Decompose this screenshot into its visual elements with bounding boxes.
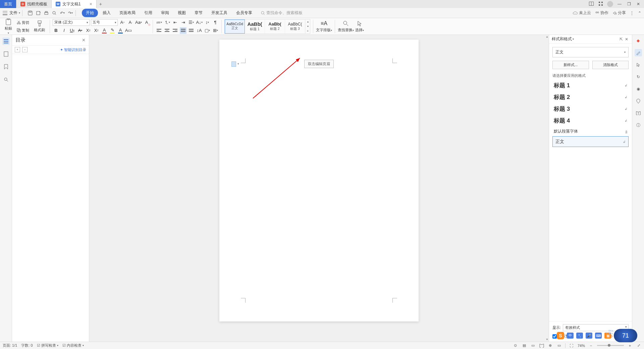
file-menu[interactable]: 文件▾ — [9, 10, 20, 16]
preview-icon[interactable] — [51, 10, 57, 16]
shrink-font-button[interactable]: A- — [127, 19, 134, 26]
current-style-display[interactable]: 正文▾ — [552, 47, 629, 57]
pin-icon[interactable]: ⇱ — [619, 37, 624, 42]
vertical-scrollbar[interactable]: ▲ ▼ — [545, 35, 549, 342]
command-search[interactable]: 查找命令、搜索模板 — [261, 10, 303, 16]
decrease-indent-button[interactable]: ⇤ — [172, 19, 178, 26]
zoom-in-button[interactable]: + — [627, 343, 633, 348]
zoom-slider[interactable] — [597, 345, 624, 346]
align-left-button[interactable] — [156, 27, 162, 34]
zoom-out-button[interactable]: − — [588, 343, 594, 348]
collab-button[interactable]: 协作 — [595, 10, 608, 16]
font-color-button[interactable]: A▾ — [101, 27, 108, 34]
rr-book-icon[interactable] — [635, 109, 642, 117]
spell-check-toggle[interactable]: ☑拼写检查▾ — [37, 343, 58, 348]
subscript-button[interactable]: X2 — [93, 27, 100, 34]
rr-help-icon[interactable]: ⓘ — [635, 121, 642, 129]
strike-button[interactable]: A▾ — [77, 27, 84, 34]
style-row-h2[interactable]: 标题 2↲ — [552, 91, 629, 103]
ime-keyboard-icon[interactable]: ⌨ — [595, 333, 602, 339]
panel-close-button[interactable]: ✕ — [624, 37, 629, 42]
performance-widget[interactable]: 0K/s0.4K/s 71 — [614, 329, 637, 342]
apps-icon[interactable] — [598, 2, 604, 7]
save-icon[interactable] — [27, 10, 33, 16]
page-status[interactable]: 页面: 1/1 — [3, 343, 17, 348]
undo-icon[interactable]: ↶▾ — [59, 10, 65, 16]
rail-search-icon[interactable] — [2, 76, 10, 83]
align-right-button[interactable] — [172, 27, 178, 34]
rr-location-icon[interactable] — [635, 97, 642, 105]
fit-icon[interactable]: ⛶ — [569, 343, 574, 348]
style-item-body[interactable]: AaBbCcDd正文 — [225, 19, 245, 34]
minimize-button[interactable]: — — [616, 2, 623, 6]
text-layout-button[interactable]: ≡A文字排版▾ — [316, 20, 332, 33]
nav-close-button[interactable]: ✕ — [82, 38, 86, 43]
align-justify-button[interactable] — [180, 27, 186, 34]
border-button[interactable]: ⊞▾ — [212, 27, 219, 34]
ribbon-tab-review[interactable]: 审阅 — [157, 9, 173, 17]
tab-document[interactable]: W文字文稿1× — [52, 0, 97, 8]
word-count[interactable]: 字数: 0 — [21, 343, 33, 348]
shading-button[interactable]: ▢▾ — [204, 27, 211, 34]
ribbon-tab-start[interactable]: 开始 — [82, 9, 98, 17]
new-style-button[interactable]: 新样式... — [552, 61, 589, 69]
rail-pages-icon[interactable] — [2, 50, 10, 58]
align-center-button[interactable] — [164, 27, 170, 34]
ime-cn-icon[interactable]: 中 — [567, 333, 574, 339]
rail-bookmark-icon[interactable] — [2, 63, 10, 70]
page[interactable]: ▾ 双击编辑页眉 — [219, 40, 419, 321]
nav-smart-button[interactable]: ✦智能识别目录 — [60, 47, 86, 52]
content-check-toggle[interactable]: ☑内容检查▾ — [62, 343, 84, 348]
rr-cursor-icon[interactable] — [635, 61, 642, 68]
collapse-ribbon-icon[interactable]: ⌃ — [638, 11, 641, 15]
tab-template[interactable]: D找稻壳模板 — [16, 0, 52, 8]
style-row-h3[interactable]: 标题 3↲ — [552, 103, 629, 115]
cut-button[interactable]: 剪切 — [15, 19, 31, 26]
style-item-h2[interactable]: AaBb(标题 2 — [265, 19, 285, 34]
underline-button[interactable]: U▾ — [69, 27, 75, 34]
style-row-h4[interactable]: 标题 4↲ — [552, 115, 629, 127]
style-row-h1[interactable]: 标题 1↲ — [552, 80, 629, 91]
rr-refresh-icon[interactable]: ↻ — [635, 73, 642, 81]
redo-icon[interactable]: ↷▾ — [67, 10, 73, 16]
style-item-h1[interactable]: AaBb(标题 1 — [245, 19, 265, 34]
view-book-icon[interactable] — [539, 343, 544, 348]
paste-button[interactable]: 粘贴▾ — [5, 18, 12, 35]
view-web-icon[interactable]: ⊕ — [548, 343, 553, 348]
cloud-status[interactable]: 未上云 — [573, 10, 591, 16]
style-item-h3[interactable]: AaBbC(标题 3 — [285, 19, 305, 34]
bold-button[interactable]: B — [53, 27, 59, 34]
ribbon-tab-dev[interactable]: 开发工具 — [207, 9, 231, 17]
ribbon-tab-insert[interactable]: 插入 — [99, 9, 115, 17]
tab-close-icon[interactable]: × — [90, 1, 92, 7]
zoom-level[interactable]: 74% — [578, 344, 585, 348]
font-name-select[interactable]: 宋体 (正文) — [53, 19, 90, 26]
ribbon-tab-view[interactable]: 视图 — [174, 9, 190, 17]
view-outline-icon[interactable]: ▭ — [556, 343, 562, 348]
clear-format-button-panel[interactable]: 清除格式 — [592, 61, 629, 69]
layout-icon[interactable] — [588, 2, 594, 7]
char-shading-button[interactable]: A▭ — [125, 27, 132, 34]
gallery-more-button[interactable]: ▴▾≡ — [305, 19, 310, 34]
view-page-icon[interactable]: ▤ — [522, 343, 527, 348]
share-button[interactable]: 分享 — [612, 10, 626, 16]
highlight-button[interactable]: ✎▾ — [109, 27, 116, 34]
ribbon-tab-member[interactable]: 会员专享 — [232, 9, 256, 17]
ime-mic-icon[interactable]: 🎤 — [586, 333, 592, 339]
document-area[interactable]: ▾ 双击编辑页眉 ▲ ▼ — [89, 35, 549, 342]
sogou-ime-icon[interactable]: S — [557, 332, 564, 339]
find-replace-button[interactable]: 查找替换▾ — [338, 20, 354, 33]
ribbon-tab-section[interactable]: 章节 — [191, 9, 207, 17]
font-color2-button[interactable]: A▾ — [117, 27, 124, 34]
tab-home[interactable]: 首页 — [0, 0, 16, 8]
format-painter-button[interactable]: 格式刷 — [34, 20, 45, 33]
print-preview-icon[interactable] — [35, 10, 41, 16]
increase-indent-button[interactable]: ⇥ — [180, 19, 186, 26]
tab-add-button[interactable]: + — [97, 0, 105, 8]
style-row-default-font[interactable]: 默认段落字体a — [552, 127, 629, 136]
more-icon[interactable]: ⋮ — [630, 11, 634, 15]
rr-diamond-icon[interactable]: ◆ — [635, 37, 642, 44]
style-row-body[interactable]: 正文↲ — [552, 136, 629, 147]
rr-brush-icon[interactable] — [635, 49, 642, 56]
change-case-button[interactable]: Aa▾ — [135, 19, 142, 26]
